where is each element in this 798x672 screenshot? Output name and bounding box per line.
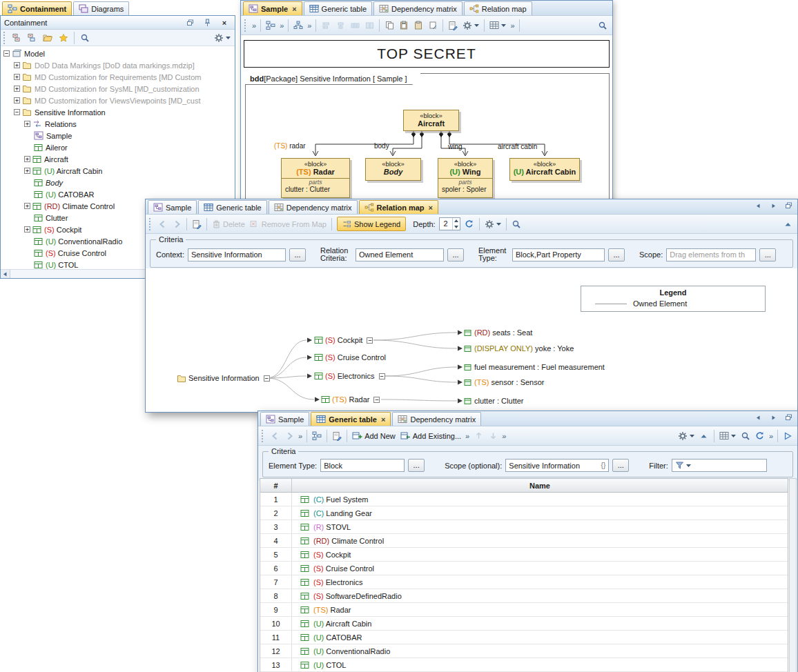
tree-item-sample[interactable]: Sample: [1, 130, 235, 141]
table-row-cockpit[interactable]: 5(S) Cockpit: [260, 548, 788, 562]
star-button[interactable]: [57, 31, 70, 45]
overflow-chevron[interactable]: »: [297, 432, 304, 440]
next-view-button[interactable]: [766, 411, 780, 424]
expand-icon[interactable]: +: [24, 168, 30, 174]
maximize-view-button[interactable]: [781, 199, 795, 213]
map-node-cruise-control[interactable]: (S) Cruise Control: [314, 352, 386, 363]
magnifier-button[interactable]: [739, 429, 752, 443]
element-type-more-button[interactable]: ...: [608, 248, 625, 261]
tree-item-sensitive-information[interactable]: −Sensitive Information: [1, 106, 235, 118]
table-row-softwaredefinedradio[interactable]: 8(S) SoftwareDefinedRadio: [260, 589, 788, 603]
table-row-aircraft-cabin[interactable]: 10(U) Aircraft Cabin: [260, 617, 788, 631]
context-more-button[interactable]: ...: [289, 248, 306, 261]
expand-icon[interactable]: +: [14, 62, 20, 68]
element-type-more-button[interactable]: ...: [408, 459, 425, 472]
doc-pencil-button[interactable]: [446, 19, 460, 32]
expand-icon[interactable]: +: [24, 203, 30, 209]
collapse-node-icon[interactable]: −: [373, 397, 380, 403]
column-header-name[interactable]: Name: [292, 479, 788, 492]
gear-button[interactable]: [460, 19, 481, 32]
overflow-chevron[interactable]: »: [768, 432, 775, 440]
map-node-fuel-measurement-fuel-measurement[interactable]: fuel measurement : Fuel measurement: [464, 362, 605, 373]
map-node-electronics[interactable]: (S) Electronics−: [314, 370, 385, 382]
tab-dependency-matrix[interactable]: Dependency matrix: [392, 412, 481, 426]
map-node-yoke-yoke[interactable]: (DISPLAY ONLY) yoke : Yoke: [464, 343, 574, 354]
tree-item-body[interactable]: Body: [1, 177, 235, 188]
tree-button[interactable]: [310, 429, 324, 443]
scope-combo[interactable]: Sensitive Information{}: [505, 459, 609, 472]
overflow-chevron[interactable]: »: [500, 432, 507, 440]
map-node-sensitive-information[interactable]: Sensitive Information−: [177, 373, 270, 384]
tab-dependency-matrix[interactable]: Dependency matrix: [269, 200, 358, 214]
collapse-node-icon[interactable]: −: [367, 337, 373, 344]
block-aircraft[interactable]: «block»Aircraft: [403, 110, 459, 131]
tab-sample[interactable]: Sample: [260, 412, 309, 426]
scope-more-button[interactable]: ...: [759, 248, 776, 261]
tab-diagrams[interactable]: Diagrams: [73, 1, 129, 15]
overflow-chevron[interactable]: »: [278, 21, 285, 30]
spin-down-icon[interactable]: [453, 224, 460, 230]
layout-button[interactable]: [291, 19, 305, 32]
table-row-conventionalradio[interactable]: 12(U) ConventionalRadio: [260, 644, 788, 658]
tree-item-md-customization-for-requirements-md-custom[interactable]: +MD Customization for Requirements [MD C…: [1, 71, 235, 83]
previous-view-button[interactable]: [751, 199, 765, 213]
map-node-seats-seat[interactable]: (RD) seats : Seat: [464, 327, 532, 338]
tab-generic-table[interactable]: Generic table: [304, 1, 372, 15]
expand-icon[interactable]: +: [14, 74, 20, 80]
table-row-stovl[interactable]: 3(R) STOVL: [260, 520, 788, 534]
tree-item-dod-data-markings-dod-data-markings-mdzip[interactable]: +DoD Data Markings [DoD data markings.md…: [1, 59, 235, 71]
relation-criteria-more-button[interactable]: ...: [447, 248, 464, 261]
collapse-all-button[interactable]: [10, 31, 24, 45]
tree-item-md-customization-for-sysml-md-customization[interactable]: +MD Customization for SysML [MD_customiz…: [1, 83, 235, 95]
pin-panel-button[interactable]: [200, 16, 214, 30]
table-row-fuel-system[interactable]: 1(C) Fuel System: [260, 493, 788, 506]
overflow-chevron[interactable]: »: [306, 21, 313, 30]
tree-item-aileror[interactable]: Aileror: [1, 141, 235, 153]
table-row-landing-gear[interactable]: 2(C) Landing Gear: [260, 506, 788, 520]
magnifier-button[interactable]: [78, 31, 92, 45]
gear-button[interactable]: [212, 31, 233, 45]
tree-item-model[interactable]: −Model: [1, 48, 235, 59]
refresh-button[interactable]: [463, 217, 476, 231]
gear-button[interactable]: [483, 217, 503, 231]
block-aircraft-cabin[interactable]: «block»(U) Aircraft Cabin: [509, 158, 580, 181]
copy-button[interactable]: [382, 19, 396, 32]
tab-containment[interactable]: Containment: [2, 1, 72, 15]
table-row-ctol[interactable]: 13(U) CTOL: [260, 658, 788, 672]
relation-criteria-combo[interactable]: Owned Element: [356, 248, 444, 261]
tab-sample[interactable]: Sample: [148, 200, 197, 214]
table-row-electronics[interactable]: 7(S) Electronics: [260, 575, 788, 589]
gear-button[interactable]: [676, 429, 697, 443]
magnifier-button[interactable]: [509, 217, 523, 231]
tree-item-md-customization-for-viewsviewpoints-md-cust[interactable]: +MD Customization for ViewsViewpoints [M…: [1, 95, 235, 106]
map-node-cockpit[interactable]: (S) Cockpit−: [314, 335, 373, 346]
scroll-left-button[interactable]: [1, 270, 10, 278]
show-legend-button[interactable]: Show Legend: [337, 217, 406, 231]
overflow-chevron[interactable]: »: [509, 21, 516, 30]
depth-spinner[interactable]: 2: [439, 217, 460, 230]
element-type-combo[interactable]: Block: [320, 459, 405, 472]
spin-up-icon[interactable]: [453, 218, 460, 224]
add-existing-button[interactable]: Add Existing...: [398, 429, 463, 443]
add-new-button[interactable]: Add New: [350, 429, 398, 443]
expand-icon[interactable]: +: [14, 97, 20, 103]
tab-generic-table[interactable]: Generic table: [198, 200, 266, 214]
relation-map-canvas[interactable]: Legend Owned Element Sensitive Informati…: [146, 268, 797, 412]
close-tab-icon[interactable]: ×: [381, 415, 385, 424]
table-row-cruise-control[interactable]: 6(S) Cruise Control: [260, 562, 788, 575]
close-panel-button[interactable]: ×: [217, 16, 231, 30]
doc-pencil-button[interactable]: [330, 429, 344, 443]
close-tab-icon[interactable]: ×: [292, 5, 296, 13]
next-view-button[interactable]: [766, 199, 780, 213]
collapse-up-button[interactable]: [781, 217, 795, 231]
block-wing[interactable]: «block»(U) Wingpartsspoler : Spoler: [438, 158, 493, 198]
expand-icon[interactable]: +: [24, 156, 30, 162]
table-row-climate-control[interactable]: 4(RD) Climate Control: [260, 534, 788, 548]
tab-sample[interactable]: Sample×: [243, 1, 302, 15]
table-row-radar[interactable]: 9(TS) Radar: [260, 603, 788, 617]
collapse-sel-button[interactable]: [26, 31, 39, 45]
expand-icon[interactable]: +: [24, 121, 30, 127]
open-folder-button[interactable]: [41, 31, 55, 45]
tree-item-aircraft[interactable]: +Aircraft: [1, 153, 235, 165]
refresh-button[interactable]: [753, 429, 767, 443]
